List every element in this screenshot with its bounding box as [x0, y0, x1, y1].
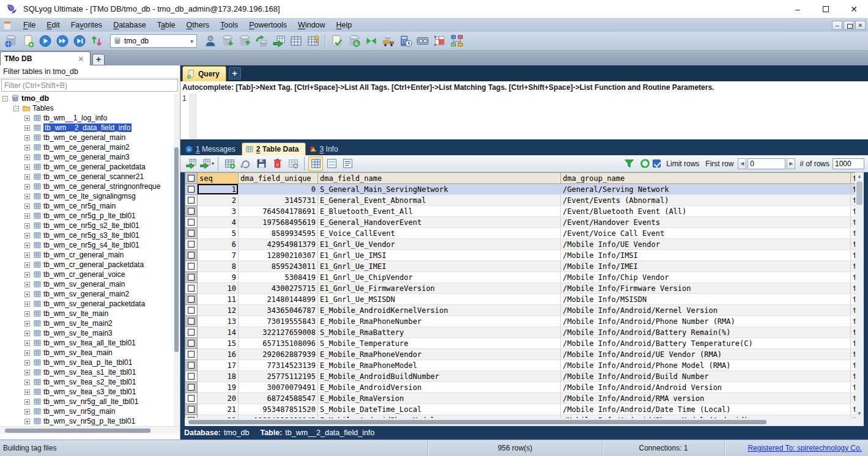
backup-database-icon[interactable]	[220, 33, 236, 49]
tree-table-tb_wm_sv_lte_main2[interactable]: +tb_wm_sv_lte_main2	[0, 318, 180, 328]
cell-seq[interactable]: 5	[198, 228, 239, 239]
cell-seq[interactable]: 6	[198, 239, 239, 250]
row-checkbox[interactable]	[188, 241, 195, 248]
cell-dma-field-unique[interactable]: 657135108096	[239, 338, 318, 349]
close-button[interactable]: ✕	[840, 0, 868, 18]
tree-table-tb_wm_sv_ltea_all_lte_tbl01[interactable]: +tb_wm_sv_ltea_all_lte_tbl01	[0, 338, 180, 348]
cell-dma-field-name[interactable]: S_Mobile_RmaBattery	[318, 327, 561, 338]
row-selector[interactable]	[185, 206, 198, 217]
cell-dma-group-name[interactable]: /Mobile Info/MSISDN	[561, 294, 851, 305]
grid-vertical-scrollbar[interactable]: ▲ ▼	[855, 172, 864, 418]
cell-dma-field-unique[interactable]: 197568495619	[239, 217, 318, 228]
cell-truncated[interactable]: t	[851, 239, 856, 250]
tree-table-tb_wm_sv_general_main[interactable]: +tb_wm_sv_general_main	[0, 279, 180, 289]
row-checkbox[interactable]	[188, 274, 195, 281]
job-agent-icon[interactable]	[415, 33, 431, 49]
expand-icon[interactable]: +	[24, 184, 30, 189]
tree-table-tb_wm_ce_general_main2[interactable]: +tb_wm_ce_general_main2	[0, 142, 180, 152]
cell-dma-group-name[interactable]: /Mobile Info/Android/Android Version	[561, 382, 851, 393]
menu-file[interactable]: File	[18, 20, 41, 31]
tree-table-tb_wm_cr_general_packetdata[interactable]: +tb_wm_cr_general_packetdata	[0, 260, 180, 270]
cell-truncated[interactable]: t	[851, 217, 856, 228]
cell-seq[interactable]: 15	[198, 338, 239, 349]
cell-dma-field-name[interactable]: E_Voice_CallEvent	[318, 228, 561, 239]
refresh-icon[interactable]	[637, 156, 652, 171]
expand-icon[interactable]: +	[24, 360, 30, 366]
cell-truncated[interactable]: t	[851, 250, 856, 261]
database-selector[interactable]: tmo_db ▾	[110, 34, 197, 48]
row-selector[interactable]	[185, 316, 198, 327]
first-row-increment-button[interactable]: ▶	[787, 158, 795, 169]
cell-truncated[interactable]: t	[851, 382, 856, 393]
cell-seq[interactable]: 3	[198, 206, 239, 217]
grid-view-icon[interactable]	[308, 156, 323, 171]
cell-dma-field-unique[interactable]: 77314523139	[239, 360, 318, 371]
cell-dma-field-unique[interactable]: 953487851520	[239, 404, 318, 415]
cell-dma-field-unique[interactable]: 292062887939	[239, 349, 318, 360]
export-table-data-icon[interactable]	[271, 33, 287, 49]
row-selector[interactable]	[185, 283, 198, 294]
expand-icon[interactable]: +	[24, 262, 30, 268]
row-selector[interactable]	[185, 250, 198, 261]
expand-icon[interactable]: +	[24, 301, 30, 307]
menu-help[interactable]: Help	[331, 20, 358, 31]
cell-dma-field-name[interactable]: E_Mobile_AndroidKernelVersion	[318, 305, 561, 316]
cell-dma-field-unique[interactable]: 4300275715	[239, 283, 318, 294]
scheduled-backup-icon[interactable]	[398, 33, 414, 49]
tree-table-tb_wm_ce_general_main[interactable]: +tb_wm_ce_general_main	[0, 133, 180, 142]
collapse-icon[interactable]: -	[2, 96, 8, 101]
tree-database-tmo_db[interactable]: -tmo_db	[0, 94, 180, 103]
relationships-icon[interactable]	[305, 33, 321, 49]
cell-truncated[interactable]: t	[851, 360, 856, 371]
registered-to-link[interactable]: Registered To: spiretechnology Co.	[747, 444, 862, 452]
cell-dma-field-unique[interactable]: 322127659008	[239, 327, 318, 338]
open-in-new-window-icon[interactable]: ▾	[199, 156, 214, 171]
menu-others[interactable]: Others	[181, 20, 215, 31]
cell-dma-field-unique[interactable]: 12890210307	[239, 250, 318, 261]
maximize-button[interactable]	[812, 0, 840, 18]
cell-seq[interactable]: 12	[198, 305, 239, 316]
cell-seq[interactable]: 7	[198, 250, 239, 261]
cell-dma-field-unique[interactable]: 25775112195	[239, 371, 318, 382]
menu-window[interactable]: Window	[292, 20, 330, 31]
result-tab-table-data[interactable]: 2 Table Data	[242, 142, 306, 155]
tree-table-tb_wm_ce_general_stringnonfreque[interactable]: +tb_wm_ce_general_stringnonfreque	[0, 182, 180, 191]
cell-dma-field-name[interactable]: E1_Gnrl_Ue_IMEI	[318, 261, 561, 272]
expand-icon[interactable]: +	[24, 164, 30, 170]
table-info-icon[interactable]	[288, 33, 304, 49]
tree-table-tb_wm_sv_ltea_p_lte_tbl01[interactable]: +tb_wm_sv_ltea_p_lte_tbl01	[0, 358, 180, 367]
delete-row-icon[interactable]	[270, 156, 284, 171]
cell-dma-field-name[interactable]: E_Mobile_AndroidBuildNumber	[318, 371, 561, 382]
expand-icon[interactable]: +	[24, 252, 30, 258]
cell-dma-field-name[interactable]: E_General_HandoverEvent	[318, 217, 561, 228]
expand-icon[interactable]: +	[24, 370, 30, 375]
cell-seq[interactable]: 20	[198, 393, 239, 404]
menu-powertools[interactable]: Powertools	[243, 20, 292, 31]
cell-truncated[interactable]: t	[851, 184, 856, 195]
expand-icon[interactable]: +	[24, 292, 30, 297]
expand-icon[interactable]: +	[24, 174, 30, 180]
row-checkbox[interactable]	[188, 219, 195, 226]
row-checkbox[interactable]	[188, 230, 195, 237]
cell-dma-field-name[interactable]: E1_Gnrl_Ue_FirmwareVersion	[318, 283, 561, 294]
cell-dma-field-unique[interactable]: 21480144899	[239, 294, 318, 305]
row-selector[interactable]	[185, 239, 198, 250]
row-selector[interactable]	[185, 404, 198, 415]
row-checkbox[interactable]	[188, 197, 195, 204]
sidebar-vscroll-thumb[interactable]	[174, 147, 179, 352]
expand-icon[interactable]: +	[24, 155, 30, 160]
connection-tab-tmo-db[interactable]: TMo DB ✕	[0, 51, 91, 65]
row-selector[interactable]	[185, 195, 198, 206]
cell-dma-field-unique[interactable]: 42954981379	[239, 239, 318, 250]
data-migration-icon[interactable]	[380, 33, 396, 49]
cell-dma-group-name[interactable]: /Mobile Info/Android/Kernel Version	[561, 305, 851, 316]
cell-dma-field-name[interactable]: E_Mobile_RmaPhoneModel	[318, 360, 561, 371]
expand-icon[interactable]: +	[24, 145, 30, 150]
cell-dma-field-unique[interactable]: 30070079491	[239, 382, 318, 393]
column-header-dma_group_name[interactable]: dma_group_name	[561, 173, 851, 184]
column-header-dma_field_name[interactable]: dma_field_name	[318, 173, 561, 184]
expand-icon[interactable]: +	[24, 399, 30, 405]
mdi-minimize-button[interactable]: –	[832, 21, 842, 30]
scroll-up-icon[interactable]: ▲	[855, 172, 864, 181]
cell-dma-group-name[interactable]: /Mobile Info/Android/Build Number	[561, 371, 851, 382]
